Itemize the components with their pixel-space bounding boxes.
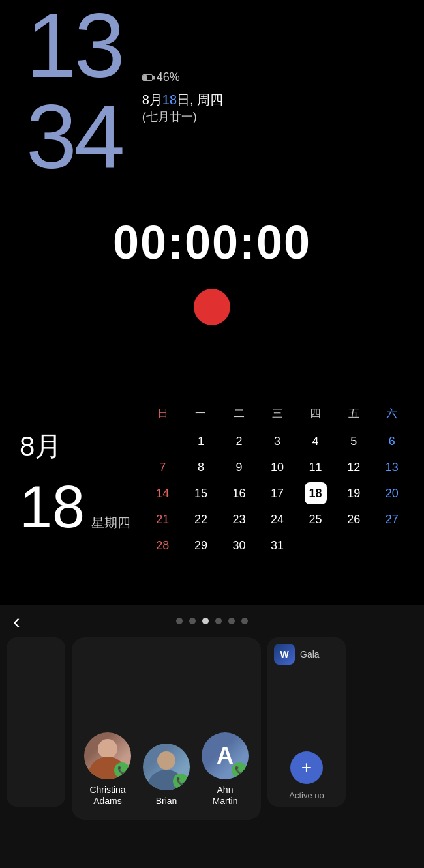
cal-day-4[interactable]: 4 xyxy=(305,430,327,452)
cal-day-16[interactable]: 16 xyxy=(228,482,250,504)
cal-day-2[interactable]: 2 xyxy=(228,430,250,452)
switcher-top-bar: ‹ xyxy=(0,606,424,631)
cal-day-23[interactable]: 23 xyxy=(228,508,250,530)
cal-day-14[interactable]: 14 xyxy=(151,482,174,504)
calendar-weekday: 星期四 xyxy=(91,514,130,532)
clock-display: 13 34 xyxy=(26,0,123,182)
contact-item-ahn[interactable]: A 📞 AhnMartin xyxy=(202,732,249,807)
cal-day-27[interactable]: 27 xyxy=(381,508,403,530)
battery-percent: 46% xyxy=(157,70,180,84)
cal-day-3[interactable]: 3 xyxy=(266,430,288,452)
contact-name-christina: ChristinaAdams xyxy=(89,785,125,807)
clock-minute: 34 xyxy=(26,91,123,182)
cal-day-18-today[interactable]: 18 xyxy=(305,482,327,504)
cal-day-17[interactable]: 17 xyxy=(266,482,288,504)
calendar-row-2: 7 8 9 10 11 12 13 xyxy=(144,456,411,478)
cal-header-sun: 日 xyxy=(144,403,182,424)
partial-right-header: W Gala xyxy=(274,644,339,665)
calendar-widget: 8月 18 星期四 日 一 二 三 四 五 六 1 2 3 4 5 6 7 8 xyxy=(0,358,424,606)
dot-2[interactable] xyxy=(189,618,196,624)
cal-day-20[interactable]: 20 xyxy=(381,482,403,504)
cal-day-7[interactable]: 7 xyxy=(151,456,174,478)
cal-day-19[interactable]: 19 xyxy=(342,482,365,504)
clock-widget: 13 34 46% 8月18日, 周四 (七月廿一) xyxy=(0,0,424,182)
cal-day-10[interactable]: 10 xyxy=(266,456,288,478)
phone-badge-christina: 📞 xyxy=(114,762,130,778)
phone-badge-ahn: 📞 xyxy=(232,762,247,778)
cal-header-wed: 三 xyxy=(258,403,297,424)
cal-day-28[interactable]: 28 xyxy=(151,534,174,557)
active-note-label: Active no xyxy=(274,790,339,800)
dot-5[interactable] xyxy=(228,618,235,624)
cal-day-26[interactable]: 26 xyxy=(342,508,365,530)
cal-header-thu: 四 xyxy=(296,403,335,424)
cal-day-31[interactable]: 31 xyxy=(266,534,288,557)
cal-day-12[interactable]: 12 xyxy=(342,456,365,478)
stopwatch-start-button[interactable] xyxy=(194,289,230,325)
cal-header-sat: 六 xyxy=(372,403,411,424)
calendar-grid: 日 一 二 三 四 五 六 1 2 3 4 5 6 7 8 9 10 11 12… xyxy=(144,403,411,560)
calendar-row-1: 1 2 3 4 5 6 xyxy=(144,430,411,452)
stopwatch-widget: 00:00:00 xyxy=(0,182,424,358)
cal-day-5[interactable]: 5 xyxy=(342,430,365,452)
calendar-month: 8月 xyxy=(20,428,130,465)
dot-1[interactable] xyxy=(176,618,183,624)
cal-header-fri: 五 xyxy=(335,403,373,424)
battery-row: 46% xyxy=(142,70,224,84)
app-card-right-partial[interactable]: W Gala + Active no xyxy=(267,637,346,807)
cal-day-24[interactable]: 24 xyxy=(266,508,288,530)
calendar-row-5: 28 29 30 31 xyxy=(144,534,411,557)
cal-day-30[interactable]: 30 xyxy=(228,534,250,557)
cal-day-9[interactable]: 9 xyxy=(228,456,250,478)
avatar-brian: 📞 xyxy=(143,744,190,790)
calendar-header: 日 一 二 三 四 五 六 xyxy=(144,403,411,424)
calendar-row-4: 21 22 23 24 25 26 27 xyxy=(144,508,411,530)
date-line: 8月18日, 周四 xyxy=(142,91,224,109)
contact-item-christina[interactable]: 📞 ChristinaAdams xyxy=(84,732,131,807)
cal-day-empty[interactable] xyxy=(151,430,174,452)
cal-day-21[interactable]: 21 xyxy=(151,508,174,530)
battery-icon xyxy=(142,74,153,81)
cal-header-mon: 一 xyxy=(182,403,220,424)
clock-info: 46% 8月18日, 周四 (七月廿一) xyxy=(142,57,224,124)
calendar-left-panel: 8月 18 星期四 xyxy=(20,428,130,536)
avatar-ahn-letter: A xyxy=(217,742,234,770)
plus-icon: + xyxy=(301,757,312,778)
date-lunar: (七月廿一) xyxy=(142,109,224,124)
phone-badge-brian: 📞 xyxy=(173,774,189,789)
cal-day-29[interactable]: 29 xyxy=(190,534,212,557)
dot-3-active[interactable] xyxy=(202,618,209,624)
dot-4[interactable] xyxy=(215,618,222,624)
avatar-ahn: A 📞 xyxy=(202,732,249,779)
dot-6[interactable] xyxy=(241,618,248,624)
stopwatch-display: 00:00:00 xyxy=(113,216,311,269)
cal-day-8[interactable]: 8 xyxy=(190,456,212,478)
page-indicator xyxy=(176,618,248,624)
contact-item-brian[interactable]: 📞 Brian xyxy=(143,744,190,807)
cal-header-tue: 二 xyxy=(220,403,258,424)
back-button[interactable]: ‹ xyxy=(13,609,20,633)
cal-day-22[interactable]: 22 xyxy=(190,508,212,530)
cal-day-15[interactable]: 15 xyxy=(190,482,212,504)
cal-day-6[interactable]: 6 xyxy=(381,430,403,452)
active-note-badge: + xyxy=(290,751,323,784)
contact-name-brian: Brian xyxy=(156,796,177,807)
galaxy-app-label: Gala xyxy=(300,649,320,659)
cal-day-11[interactable]: 11 xyxy=(305,456,327,478)
cal-day-1[interactable]: 1 xyxy=(190,430,212,452)
avatar-christina: 📞 xyxy=(84,732,131,779)
cal-day-13[interactable]: 13 xyxy=(381,456,403,478)
partial-right-content: + xyxy=(274,665,339,790)
app-cards-container: 📞 ChristinaAdams 📞 Brian A 📞 xyxy=(0,631,424,833)
contact-name-ahn: AhnMartin xyxy=(213,785,238,807)
app-switcher: ‹ 📞 ChristinaAdams xyxy=(0,606,424,868)
calendar-current-day: 18 xyxy=(20,478,85,536)
cal-day-25[interactable]: 25 xyxy=(305,508,327,530)
calendar-row-3: 14 15 16 17 18 19 20 xyxy=(144,482,411,504)
clock-hour: 13 xyxy=(26,0,123,91)
contact-icons-row: 📞 ChristinaAdams 📞 Brian A 📞 xyxy=(78,650,254,813)
app-card-left-partial[interactable] xyxy=(7,637,65,807)
app-card-contacts[interactable]: 📞 ChristinaAdams 📞 Brian A 📞 xyxy=(72,637,261,820)
galaxy-app-icon: W xyxy=(274,644,295,665)
